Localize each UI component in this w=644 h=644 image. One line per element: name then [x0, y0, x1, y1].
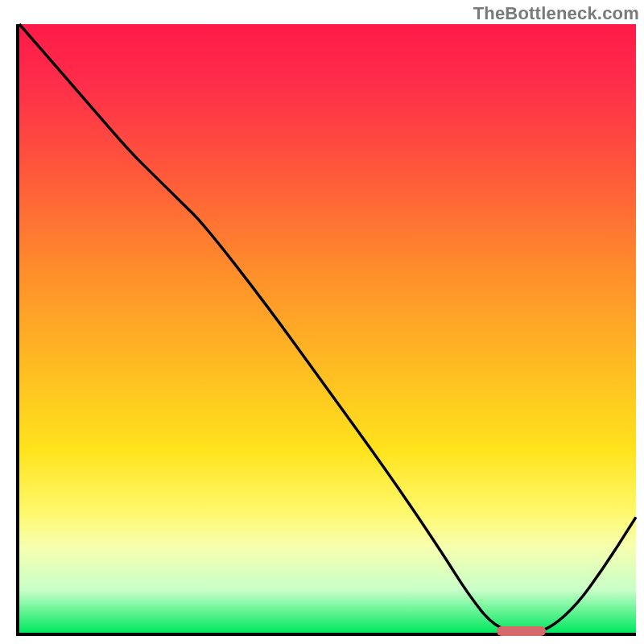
curve-svg — [19, 24, 636, 633]
bottleneck-curve — [19, 24, 636, 633]
optimal-range-marker — [497, 626, 547, 636]
chart-container: TheBottleneck.com — [0, 0, 644, 644]
attribution-label: TheBottleneck.com — [473, 3, 639, 24]
plot-area — [16, 24, 636, 636]
